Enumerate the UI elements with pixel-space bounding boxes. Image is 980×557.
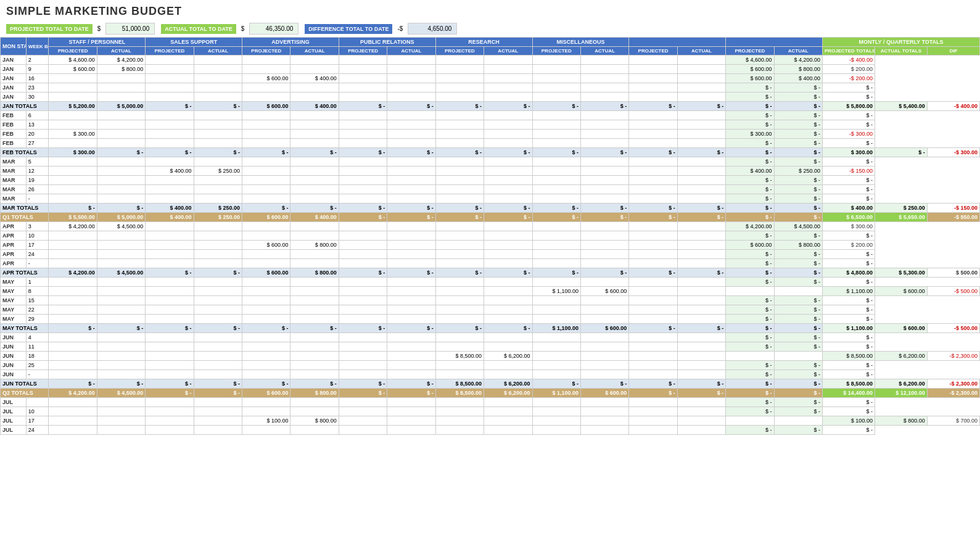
table-row: MAR5 $ - $ - $ - (1, 157, 980, 167)
table-row: APR24 $ - $ - $ - (1, 250, 980, 259)
may-totals-row: MAY TOTALS $ -$ - $ -$ - $ -$ - $ -$ - $… (1, 324, 980, 333)
diff-currency: -$ (395, 23, 405, 34)
table-row: JUL17 $ 100.00$ 800.00 $ 100.00 $ 800.00… (1, 416, 980, 426)
budget-table: MON START WEEK BEGINNING STAFF / PERSONN… (0, 37, 980, 435)
diff-label: DIFFERENCE TOTAL TO DATE (305, 24, 392, 34)
jun-totals-row: JUN TOTALS $ -$ - $ -$ - $ -$ - $ -$ - $… (1, 379, 980, 389)
table-row: MAY8 $ 1,100.00$ 600.00 $ 1,100.00 $ 600… (1, 287, 980, 296)
apr-totals-row: APR TOTALS $ 4,200.00$ 4,500.00 $ -$ - $… (1, 268, 980, 278)
feb-totals-row: FEB TOTALS $ 300.00$ - $ -$ - $ -$ - $ -… (1, 148, 980, 157)
table-row: FEB6 $ - $ - $ - (1, 111, 980, 120)
table-row: JAN23 $ - $ - $ - (1, 83, 980, 93)
col14-header (726, 38, 823, 47)
header-top-row: MON START WEEK BEGINNING STAFF / PERSONN… (1, 38, 980, 47)
projected-value: 51,000.00 (105, 23, 155, 35)
table-row: MAY15 $ - $ - $ - (1, 296, 980, 305)
q2-totals-row: Q2 TOTALS $ 4,200.00$ 4,500.00 $ -$ - $ … (1, 389, 980, 398)
advertising-header: ADVERTISING (242, 38, 339, 47)
table-row: JUL24 $ - $ - $ - (1, 426, 980, 435)
table-row: JUN25 $ - $ - $ - (1, 361, 980, 370)
table-row: JUL $ - $ - $ - (1, 398, 980, 407)
sales-header: SALES SUPPORT (146, 38, 242, 47)
table-row: APR17 $ 600.00$ 800.00 $ 600.00 $ 800.00… (1, 241, 980, 250)
monthly-totals-header: MONTLY / QUARTERLY TOTALS (822, 38, 979, 47)
week-header: WEEK BEGINNING (26, 38, 49, 56)
misc-header: MISCELLANEOUS (532, 38, 629, 47)
research-header: RESEARCH (435, 38, 532, 47)
table-row: JAN2 $ 4,600.00$ 4,200.00 $ 4,600.00 $ 4… (1, 56, 980, 65)
table-row: APR3 $ 4,200.00$ 4,500.00 $ 4,200.00 $ 4… (1, 222, 980, 231)
actual-currency: $ (239, 23, 247, 34)
actual-value: 46,350.00 (249, 23, 299, 35)
table-row: MAR26 $ - $ - $ - (1, 185, 980, 194)
table-row: MAY29 $ - $ - $ - (1, 315, 980, 324)
table-row: JUN4 $ - $ - $ - (1, 333, 980, 342)
table-row: FEB20 $ 300.00 $ 300.00 $ - -$ 300.00 (1, 130, 980, 139)
table-row: MAR19 $ - $ - $ - (1, 176, 980, 185)
col13-header (629, 38, 726, 47)
table-row: MAR- $ - $ - $ - (1, 194, 980, 204)
table-row: JAN30 $ - $ - $ - (1, 93, 980, 102)
table-row: JUN11 $ - $ - $ - (1, 342, 980, 352)
jan-totals-row: JAN TOTALS $ 5,200.00$ 5,000.00 $ -$ - $… (1, 102, 980, 111)
table-row: MAY1 $ - $ - $ - (1, 278, 980, 287)
mon-start-header: MON START (1, 38, 27, 56)
summary-bar: PROJECTED TOTAL TO DATE $ 51,000.00 ACTU… (0, 20, 980, 37)
table-row: FEB27 $ - $ - $ - (1, 139, 980, 148)
table-row: JUL10 $ - $ - $ - (1, 407, 980, 416)
table-row: JUN18 $ 8,500.00$ 6,200.00 $ 8,500.00 $ … (1, 352, 980, 361)
projected-label: PROJECTED TOTAL TO DATE (6, 24, 93, 34)
table-row: APR10 $ - $ - $ - (1, 231, 980, 241)
table-row: MAR12 $ 400.00$ 250.00 $ 400.00 $ 250.00… (1, 167, 980, 176)
staff-header: STAFF / PERSONNEL (49, 38, 146, 47)
table-row: MAY22 $ - $ - $ - (1, 305, 980, 315)
projected-currency: $ (95, 23, 104, 34)
q1-totals-row: Q1 TOTALS $ 5,500.00$ 5,000.00 $ 400.00$… (1, 213, 980, 222)
mar-totals-row: MAR TOTALS $ -$ - $ 400.00$ 250.00 $ -$ … (1, 204, 980, 213)
table-row: JUN- $ - $ - $ - (1, 370, 980, 379)
title: SIMPLE MARKETING BUDGET (0, 0, 980, 20)
table-row: FEB13 $ - $ - $ - (1, 120, 980, 130)
pr-header: PUBLIC RELATIONS (339, 38, 435, 47)
table-row: APR- $ - $ - $ - (1, 259, 980, 268)
actual-label: ACTUAL TOTAL TO DATE (161, 24, 236, 34)
header-sub-row: PROJECTEDACTUAL PROJECTEDACTUAL PROJECTE… (1, 47, 980, 56)
table-row: JAN16 $ 600.00$ 400.00 $ 600.00 $ 400.00… (1, 74, 980, 83)
diff-value: 4,650.00 (408, 23, 457, 35)
table-row: JAN9 $ 600.00$ 800.00 $ 600.00 $ 800.00 … (1, 65, 980, 74)
